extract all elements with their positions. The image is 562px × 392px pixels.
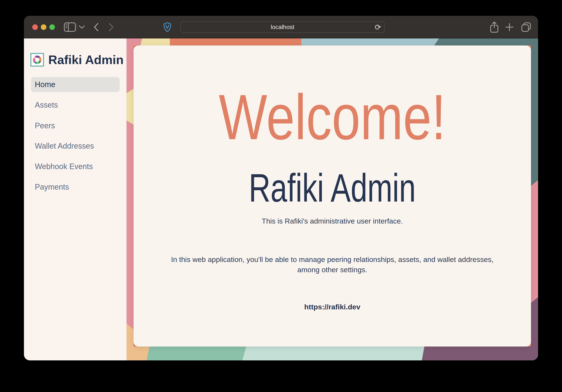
- tab-overview-icon[interactable]: [521, 16, 531, 38]
- app-body: Rafiki Admin Home Assets Peers Wallet Ad…: [24, 38, 538, 360]
- page-subtitle: This is Rafiki's administrative user int…: [134, 216, 531, 226]
- sidebar-item-label: Assets: [35, 101, 58, 110]
- sidebar-item-home[interactable]: Home: [31, 77, 120, 92]
- page-description: In this web application, you'll be able …: [164, 254, 501, 275]
- shield-icon[interactable]: [163, 16, 172, 38]
- browser-titlebar: localhost ⟳: [24, 16, 538, 38]
- bg-shape-yellow-left: [127, 89, 134, 125]
- rafiki-logo-ring: [33, 56, 41, 64]
- rafiki-dev-link[interactable]: https://rafiki.dev: [134, 302, 531, 312]
- new-tab-icon[interactable]: [505, 16, 514, 38]
- toolbar-divider: [77, 23, 77, 31]
- sidebar-item-label: Payments: [35, 182, 69, 191]
- sidebar-item-label: Home: [35, 80, 55, 89]
- share-icon[interactable]: [490, 16, 499, 38]
- back-icon[interactable]: [94, 16, 99, 38]
- brand-title: Rafiki Admin: [48, 53, 124, 67]
- bg-shape-yellow-top: [140, 38, 170, 45]
- minimize-window-button[interactable]: [41, 24, 46, 30]
- chevron-down-icon[interactable]: [79, 16, 85, 38]
- forward-icon[interactable]: [108, 16, 114, 38]
- zoom-window-button[interactable]: [49, 24, 55, 30]
- bg-shape-green-bottom: [147, 347, 246, 360]
- sidebar-item-peers[interactable]: Peers: [31, 118, 120, 133]
- sidebar-item-label: Wallet Addresses: [35, 142, 94, 151]
- bg-shape-pink-left: [127, 38, 134, 329]
- page-title: Rafiki Admin: [181, 168, 483, 208]
- bg-shape-slate-top: [433, 38, 538, 45]
- browser-window: localhost ⟳: [24, 16, 538, 360]
- welcome-card: Welcome! Rafiki Admin This is Rafiki's a…: [134, 45, 531, 347]
- desktop-background: localhost ⟳: [0, 0, 562, 392]
- bg-shape-lightblue-top: [301, 38, 439, 45]
- bg-shape-orange-bottom: [127, 347, 150, 360]
- main-content: Welcome! Rafiki Admin This is Rafiki's a…: [127, 38, 538, 360]
- sidebar-item-wallet-addresses[interactable]: Wallet Addresses: [31, 139, 120, 154]
- sidebar-item-webhook-events[interactable]: Webhook Events: [31, 159, 120, 174]
- sidebar-item-label: Webhook Events: [35, 162, 93, 171]
- address-bar-url: localhost: [271, 24, 294, 31]
- bg-shape-slate-right: [531, 38, 538, 186]
- close-window-button[interactable]: [32, 24, 38, 30]
- sidebar-item-assets[interactable]: Assets: [31, 98, 120, 112]
- welcome-heading: Welcome!: [173, 85, 491, 149]
- bg-shape-purple-bottom: [422, 347, 538, 360]
- sidebar-item-payments[interactable]: Payments: [31, 179, 120, 194]
- rafiki-logo-icon: [30, 53, 44, 67]
- address-bar[interactable]: localhost ⟳: [180, 21, 385, 33]
- sidebar: Rafiki Admin Home Assets Peers Wallet Ad…: [24, 38, 127, 360]
- sidebar-item-label: Peers: [35, 121, 55, 130]
- reload-icon[interactable]: ⟳: [375, 23, 381, 32]
- sidebar-toggle-icon[interactable]: [64, 16, 76, 38]
